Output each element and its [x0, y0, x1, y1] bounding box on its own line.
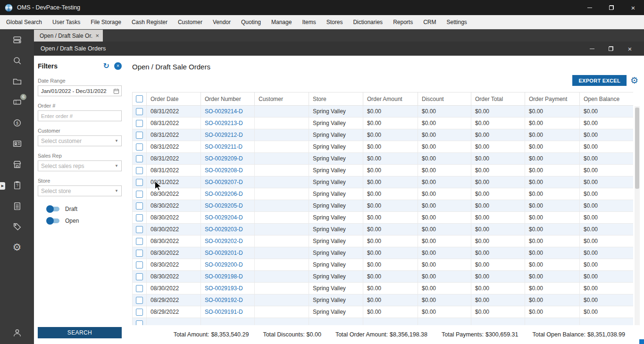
row-checkbox[interactable] [136, 285, 143, 292]
sidebar-item-file-storage[interactable] [0, 71, 34, 92]
cell-order-number-link[interactable] [201, 318, 255, 326]
row-checkbox[interactable] [136, 155, 143, 162]
select-all-checkbox[interactable] [136, 95, 143, 102]
cell-order-number-link[interactable]: SO-0029191-D [201, 306, 255, 318]
restore-button[interactable] [601, 0, 622, 15]
cell-order-number-link[interactable]: SO-0029209-D [201, 153, 255, 165]
cell-order-number-link[interactable]: SO-0029214-D [201, 106, 255, 117]
tab-close-icon[interactable]: × [95, 33, 99, 39]
cell-order-number-link[interactable]: SO-0029202-D [201, 235, 255, 247]
scrollbar-thumb[interactable] [635, 108, 639, 189]
sidebar-item-tags[interactable] [0, 216, 34, 237]
sidebar-item-settings[interactable]: ⚙ [0, 237, 34, 258]
refresh-icon[interactable]: ↻ [103, 61, 109, 70]
col-order-number[interactable]: Order Number [201, 92, 255, 106]
inner-close-button[interactable]: × [620, 42, 639, 56]
search-button[interactable]: SEARCH [38, 327, 122, 338]
menu-item-crm[interactable]: CRM [418, 19, 441, 25]
row-checkbox[interactable] [136, 297, 143, 304]
row-checkbox[interactable] [136, 143, 143, 151]
export-excel-button[interactable]: EXPORT EXCEL [572, 75, 627, 86]
cell-order-number-link[interactable]: SO-0029212-D [201, 129, 255, 141]
cell-order-number-link[interactable]: SO-0029208-D [201, 165, 255, 176]
cell-order-number-link[interactable]: SO-0029205-D [201, 200, 255, 212]
menu-item-global-search[interactable]: Global Search [1, 19, 47, 25]
draft-toggle[interactable] [46, 206, 59, 212]
row-checkbox[interactable] [136, 214, 143, 221]
inner-minimize-button[interactable] [583, 42, 602, 56]
row-checkbox[interactable] [136, 261, 143, 268]
sidebar-item-user[interactable] [0, 322, 34, 343]
vertical-scrollbar[interactable] [635, 106, 640, 325]
row-checkbox[interactable] [136, 250, 143, 257]
menu-item-manage[interactable]: Manage [266, 19, 297, 25]
cell-order-number-link[interactable]: SO-0029193-D [201, 283, 255, 294]
cell-order-number-link[interactable]: SO-0029192-D [201, 294, 255, 306]
col-discount[interactable]: Discount [418, 92, 471, 106]
date-range-input[interactable] [38, 85, 122, 96]
col-order-total[interactable]: Order Total [471, 92, 525, 106]
row-checkbox[interactable] [136, 273, 143, 280]
menu-item-stores[interactable]: Stores [321, 19, 348, 25]
menu-item-customer[interactable]: Customer [173, 19, 208, 25]
resize-grip[interactable] [639, 339, 644, 344]
close-button[interactable]: × [622, 0, 644, 15]
menu-item-file-storage[interactable]: File Storage [85, 19, 126, 25]
panel-expander-arrow[interactable]: ▶ [0, 182, 5, 190]
row-checkbox[interactable] [136, 226, 143, 233]
tab-open-draft-sale-orders[interactable]: Open / Draft Sale Or... × [34, 30, 103, 42]
minimize-button[interactable] [579, 0, 601, 15]
menu-item-items[interactable]: Items [297, 19, 321, 25]
row-checkbox[interactable] [136, 120, 143, 127]
col-order-payment[interactable]: Order Payment [525, 92, 580, 106]
sidebar-item-payments[interactable]: $ [0, 112, 34, 133]
cell-order-number-link[interactable]: SO-0029206-D [201, 188, 255, 200]
sidebar-item-stores[interactable] [0, 154, 34, 175]
order-number-input[interactable] [38, 110, 122, 121]
cell-order-number-link[interactable]: SO-0029213-D [201, 117, 255, 129]
calendar-icon[interactable] [113, 88, 119, 96]
store-select[interactable]: Select store ▼ [38, 185, 122, 196]
row-checkbox[interactable] [136, 108, 143, 115]
row-checkbox[interactable] [136, 132, 143, 139]
customer-select[interactable]: Select customer ▼ [38, 135, 122, 146]
row-checkbox[interactable] [136, 309, 143, 316]
sidebar-item-search[interactable] [0, 50, 34, 71]
col-order-amount[interactable]: Order Amount [363, 92, 418, 106]
sidebar-item-customers[interactable] [0, 133, 34, 154]
cell-order-number-link[interactable]: SO-0029201-D [201, 247, 255, 259]
cell-discount: $0.00 [418, 259, 471, 271]
col-open-balance[interactable]: Open Balance [580, 92, 634, 106]
notification-badge: 6 [20, 94, 26, 100]
sidebar-item-discounts[interactable]: 6 [0, 92, 34, 112]
grid-settings-gear-icon[interactable]: ⚙ [630, 76, 638, 85]
row-checkbox[interactable] [136, 167, 143, 174]
row-checkbox[interactable] [136, 238, 143, 245]
cell-order-number-link[interactable]: SO-0029198-D [201, 271, 255, 283]
row-checkbox[interactable] [136, 179, 143, 186]
open-toggle[interactable] [46, 218, 59, 224]
menu-item-dictionaries[interactable]: Dictionaries [348, 19, 388, 25]
cell-order-number-link[interactable]: SO-0029204-D [201, 212, 255, 224]
row-checkbox[interactable] [136, 202, 143, 210]
cell-order-number-link[interactable]: SO-0029211-D [201, 141, 255, 153]
row-checkbox[interactable] [136, 320, 143, 325]
cell-order-number-link[interactable]: SO-0029203-D [201, 224, 255, 235]
close-filters-icon[interactable]: × [114, 62, 122, 70]
menu-item-quoting[interactable]: Quoting [236, 19, 266, 25]
col-order-date[interactable]: Order Date [147, 92, 201, 106]
menu-item-cash-register[interactable]: Cash Register [126, 19, 173, 25]
cell-order-number-link[interactable]: SO-0029207-D [201, 176, 255, 188]
inner-restore-button[interactable] [602, 42, 620, 56]
col-customer[interactable]: Customer [255, 92, 309, 106]
col-store[interactable]: Store [309, 92, 363, 106]
row-checkbox[interactable] [136, 191, 143, 198]
menu-item-user-tasks[interactable]: User Tasks [47, 19, 85, 25]
sales-rep-select[interactable]: Select sales reps ▼ [38, 160, 122, 171]
menu-item-reports[interactable]: Reports [388, 19, 418, 25]
menu-item-vendor[interactable]: Vendor [208, 19, 236, 25]
sidebar-item-dashboard[interactable] [0, 29, 34, 50]
menu-item-settings[interactable]: Settings [441, 19, 472, 25]
cell-order-number-link[interactable]: SO-0029200-D [201, 259, 255, 271]
sidebar-item-orders[interactable] [0, 195, 34, 216]
